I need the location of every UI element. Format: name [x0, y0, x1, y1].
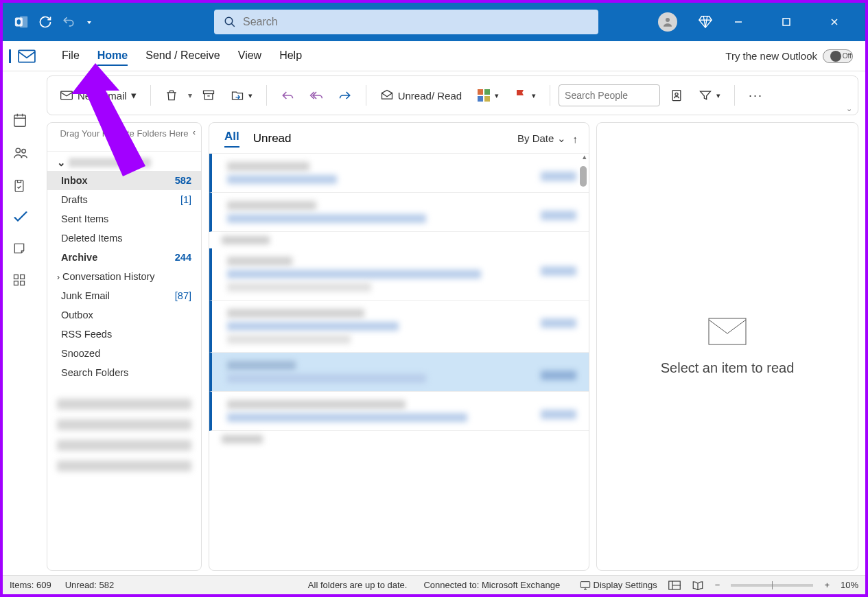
svg-rect-19: [478, 96, 483, 102]
mail-module-icon[interactable]: [9, 49, 36, 63]
notes-module-icon[interactable]: [12, 178, 33, 194]
collapse-favorites-icon[interactable]: ‹: [193, 127, 196, 137]
menu-bar: File Home Send / Receive View Help Try t…: [3, 41, 865, 71]
search-input[interactable]: [236, 16, 589, 28]
sync-icon[interactable]: [38, 15, 52, 29]
message-list[interactable]: ▴: [209, 154, 589, 570]
tab-send-receive[interactable]: Send / Receive: [145, 47, 220, 66]
try-new-outlook-toggle[interactable]: Off: [823, 49, 853, 63]
tab-view[interactable]: View: [238, 47, 261, 66]
search-people-box[interactable]: [559, 84, 660, 106]
filter-unread[interactable]: Unread: [253, 132, 292, 145]
delete-button[interactable]: [159, 86, 184, 105]
folder-outbox[interactable]: Outbox: [47, 305, 201, 325]
unread-read-button[interactable]: Unread/ Read: [375, 86, 467, 105]
new-email-button[interactable]: New Email ▾: [54, 86, 142, 105]
status-item-count: Items: 609: [10, 580, 51, 590]
folder-rss-feeds[interactable]: RSS Feeds: [47, 325, 201, 344]
folder-archive[interactable]: Archive244: [47, 248, 201, 267]
todo-module-icon[interactable]: [12, 211, 33, 224]
chevron-down-icon[interactable]: ▾: [188, 91, 192, 100]
view-reading-icon[interactable]: [692, 581, 704, 590]
tab-home[interactable]: Home: [97, 47, 128, 66]
ribbon-expand-icon[interactable]: ⌄: [846, 104, 852, 113]
message-group-header[interactable]: [209, 431, 589, 447]
address-book-button[interactable]: [664, 86, 689, 105]
folder-sent-items[interactable]: Sent Items: [47, 209, 201, 229]
svg-rect-18: [484, 89, 490, 95]
svg-rect-17: [478, 89, 483, 95]
message-item[interactable]: [209, 392, 589, 431]
chevron-down-icon: ▾: [532, 91, 536, 100]
svg-rect-16: [203, 91, 213, 93]
unread-read-label: Unread/ Read: [398, 90, 462, 102]
display-settings-button[interactable]: Display Settings: [580, 580, 657, 590]
module-rail: [3, 71, 43, 575]
window-minimize-button[interactable]: [734, 17, 761, 27]
account-header[interactable]: ⌄: [47, 152, 201, 171]
more-commands-button[interactable]: ···: [743, 86, 769, 106]
sort-by-date[interactable]: By Date ⌄: [517, 132, 566, 145]
archive-button[interactable]: [196, 86, 221, 105]
favorites-drop-zone[interactable]: Drag Your Favorite Folders Here ‹: [47, 123, 201, 152]
message-item-selected[interactable]: [209, 353, 589, 392]
zoom-out-button[interactable]: −: [715, 580, 720, 590]
window-close-button[interactable]: [830, 17, 857, 27]
svg-rect-11: [14, 275, 18, 279]
global-search[interactable]: [214, 10, 598, 34]
zoom-in-button[interactable]: +: [824, 580, 830, 590]
ribbon: New Email ▾ ▾ ▾: [47, 75, 858, 115]
search-people-input[interactable]: [565, 90, 654, 101]
flag-button[interactable]: ▾: [508, 86, 541, 105]
tab-file[interactable]: File: [62, 47, 80, 66]
folder-snoozed[interactable]: Snoozed: [47, 344, 201, 363]
view-normal-icon[interactable]: [668, 581, 681, 590]
move-button[interactable]: ▾: [225, 86, 258, 105]
folder-pane: Drag Your Favorite Folders Here ‹ ⌄ Inbo…: [47, 122, 202, 571]
tab-help[interactable]: Help: [279, 47, 302, 66]
folder-search-folders[interactable]: Search Folders: [47, 363, 201, 382]
message-item[interactable]: [209, 193, 589, 232]
more-apps-icon[interactable]: [12, 273, 33, 287]
filter-all[interactable]: All: [224, 130, 239, 148]
message-item[interactable]: [209, 301, 589, 353]
chevron-down-icon: ▾: [248, 91, 253, 100]
folder-conversation-history[interactable]: › Conversation History: [47, 267, 201, 286]
chevron-down-icon: ▾: [716, 91, 720, 100]
folder-deleted-items[interactable]: Deleted Items: [47, 229, 201, 248]
people-module-icon[interactable]: [12, 145, 33, 161]
folder-inbox[interactable]: Inbox582: [47, 171, 201, 190]
reply-all-button[interactable]: [304, 86, 329, 105]
reply-button[interactable]: [275, 86, 300, 105]
sort-direction-icon[interactable]: ↑: [573, 133, 578, 145]
zoom-slider[interactable]: [731, 584, 813, 587]
categorize-button[interactable]: ▾: [471, 86, 504, 105]
undo-icon[interactable]: [62, 15, 75, 29]
svg-rect-24: [580, 581, 589, 587]
message-list-pane: All Unread By Date ⌄ ↑ ▴: [209, 122, 589, 571]
svg-rect-10: [15, 180, 23, 192]
message-group-header[interactable]: [209, 232, 589, 248]
folder-junk-email[interactable]: Junk Email[87]: [47, 286, 201, 305]
chevron-down-icon: ▾: [131, 89, 137, 102]
premium-diamond-icon[interactable]: [698, 14, 713, 30]
folder-drafts[interactable]: Drafts[1]: [47, 190, 201, 209]
quickaccess-customize-icon[interactable]: [85, 18, 93, 26]
svg-point-2: [17, 19, 21, 24]
sticky-notes-icon[interactable]: [12, 242, 33, 255]
chevron-down-icon: ⌄: [557, 132, 566, 144]
forward-button[interactable]: [333, 86, 357, 105]
svg-rect-14: [20, 281, 24, 285]
chevron-down-icon: ⌄: [57, 157, 66, 168]
message-item[interactable]: [209, 248, 589, 301]
reading-pane-empty-label: Select an item to read: [661, 360, 795, 376]
search-icon: [224, 16, 236, 28]
account-avatar[interactable]: [658, 12, 677, 32]
calendar-module-icon[interactable]: [12, 113, 33, 128]
new-email-label: New Email: [78, 90, 127, 102]
svg-rect-5: [783, 19, 790, 25]
window-maximize-button[interactable]: [782, 17, 809, 27]
try-new-outlook-label: Try the new Outlook: [725, 50, 817, 62]
message-item[interactable]: [209, 154, 589, 193]
filter-button[interactable]: ▾: [693, 86, 726, 105]
